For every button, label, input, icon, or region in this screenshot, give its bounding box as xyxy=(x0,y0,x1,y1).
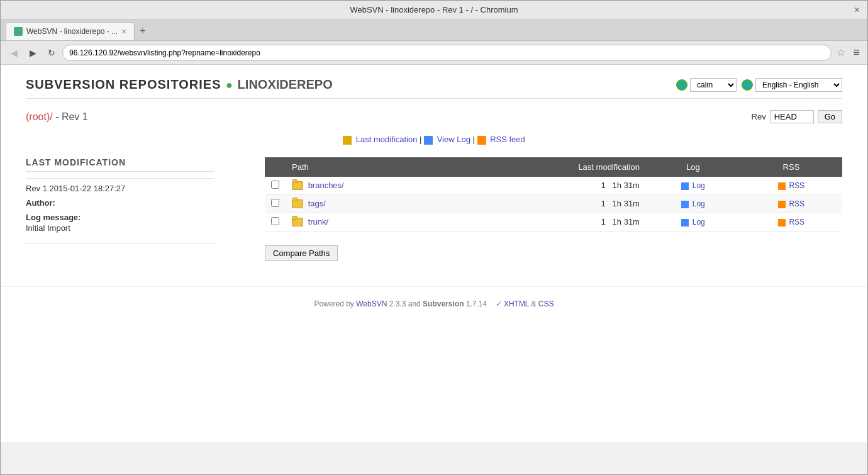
separator2: | xyxy=(473,135,477,144)
footer-websvn-link[interactable]: WebSVN xyxy=(356,299,389,308)
page-header: SUBVERSION REPOSITORIES ● LINOXIDEREPO 🌐… xyxy=(1,65,867,92)
row-checkbox[interactable] xyxy=(271,199,279,207)
log-link[interactable]: Log xyxy=(693,218,705,226)
title-bar: WebSVN - linoxiderepo - Rev 1 - / - Chro… xyxy=(1,1,867,20)
row-checkbox-cell xyxy=(265,194,286,213)
row-checkbox-cell xyxy=(265,213,286,231)
row-checkbox[interactable] xyxy=(271,217,279,225)
footer-check-icon: ✓ xyxy=(496,299,502,308)
rev-area: Rev Go xyxy=(752,110,842,123)
page-footer: Powered by WebSVN 2.3.3 and Subversion 1… xyxy=(1,286,867,321)
rev-info: Rev 1 2015-01-22 18:27:27 xyxy=(26,184,214,193)
row-rss: RSS xyxy=(740,177,842,195)
row-path: branches/ xyxy=(286,177,453,195)
rss-icon xyxy=(778,219,786,226)
forward-button[interactable]: ▶ xyxy=(25,45,41,61)
log-icon xyxy=(681,201,689,208)
folder-icon xyxy=(292,181,303,190)
url-input[interactable] xyxy=(62,45,832,61)
language-select[interactable]: English - English xyxy=(755,78,842,92)
table-row: branches/ 1 1h 31m Log RSS xyxy=(265,177,842,195)
page-content: SUBVERSION REPOSITORIES ● LINOXIDEREPO 🌐… xyxy=(1,65,867,442)
footer-websvn-version: 2.3.3 xyxy=(389,299,406,308)
log-link[interactable]: Log xyxy=(693,181,705,190)
refresh-button[interactable]: ↻ xyxy=(43,45,60,61)
path-link[interactable]: trunk/ xyxy=(308,217,329,226)
path-header: Path xyxy=(286,157,453,177)
path-link[interactable]: branches/ xyxy=(308,181,344,190)
right-panel: Path Last modification Log RSS branches/… xyxy=(240,151,867,274)
row-checkbox[interactable] xyxy=(271,181,279,189)
checkbox-header xyxy=(265,157,286,177)
log-link[interactable]: Log xyxy=(693,199,705,208)
row-rss: RSS xyxy=(740,213,842,231)
tab-label: WebSVN - linoxiderepo - ... xyxy=(26,27,118,36)
close-button[interactable]: × xyxy=(854,4,860,16)
go-button[interactable]: Go xyxy=(818,110,842,123)
log-message-label: Log message: xyxy=(26,213,214,222)
row-path: trunk/ xyxy=(286,213,453,231)
compare-paths-button[interactable]: Compare Paths xyxy=(265,245,338,261)
table-header-row: Path Last modification Log RSS xyxy=(265,157,842,177)
theme-icon: 🌐 xyxy=(676,79,687,91)
footer-css-link[interactable]: CSS xyxy=(538,299,554,308)
header-left: SUBVERSION REPOSITORIES ● LINOXIDEREPO xyxy=(26,77,333,92)
language-icon: 🌐 xyxy=(742,79,753,91)
row-rev-time: 1 1h 31m xyxy=(453,177,646,195)
footer-subversion-version: 1.7.14 xyxy=(466,299,487,308)
rss-icon xyxy=(778,182,786,190)
rss-header: RSS xyxy=(740,157,842,177)
separator1: | xyxy=(420,135,424,144)
separator-dot: ● xyxy=(226,79,233,91)
header-controls: 🌐 calm 🌐 English - English xyxy=(676,78,842,92)
table-row: trunk/ 1 1h 31m Log RSS xyxy=(265,213,842,231)
path-link[interactable]: tags/ xyxy=(308,199,326,208)
row-path: tags/ xyxy=(286,194,453,213)
footer-subversion-label: Subversion xyxy=(423,299,464,308)
repo-name-link[interactable]: LINOXIDEREPO xyxy=(238,77,333,91)
last-modification-title: LAST MODIFICATION xyxy=(26,157,214,172)
bookmark-button[interactable]: ☆ xyxy=(834,47,848,59)
language-control: 🌐 English - English xyxy=(742,78,842,92)
row-rev-time: 1 1h 31m xyxy=(453,194,646,213)
row-rev-time: 1 1h 31m xyxy=(453,213,646,231)
folder-icon xyxy=(292,199,303,208)
folder-icon xyxy=(292,218,303,226)
rev-label: Rev xyxy=(752,112,766,121)
view-log-link[interactable]: View Log xyxy=(437,135,470,144)
tab-bar: WebSVN - linoxiderepo - ... × + xyxy=(1,20,867,41)
theme-control: 🌐 calm xyxy=(676,78,737,92)
theme-select[interactable]: calm xyxy=(690,78,737,92)
rss-icon xyxy=(778,201,786,208)
window-title: WebSVN - linoxiderepo - Rev 1 - / - Chro… xyxy=(350,5,518,14)
view-log-icon xyxy=(424,136,433,145)
last-mod-icon xyxy=(343,136,352,145)
footer-css-label: CSS xyxy=(538,299,554,308)
table-row: tags/ 1 1h 31m Log RSS xyxy=(265,194,842,213)
log-icon xyxy=(681,182,689,190)
rss-link[interactable]: RSS xyxy=(789,199,804,208)
footer-xhtml-link[interactable]: XHTML xyxy=(504,299,531,308)
row-log: Log xyxy=(646,194,740,213)
author-label: Author: xyxy=(26,198,214,208)
rss-link[interactable]: RSS xyxy=(789,218,804,226)
menu-button[interactable]: ≡ xyxy=(850,46,862,59)
left-panel: LAST MODIFICATION Rev 1 2015-01-22 18:27… xyxy=(1,151,240,274)
tab-close-button[interactable]: × xyxy=(121,26,126,36)
file-table: Path Last modification Log RSS branches/… xyxy=(265,157,842,232)
new-tab-button[interactable]: + xyxy=(135,21,150,40)
rss-feed-link[interactable]: RSS feed xyxy=(490,135,525,144)
last-modification-link[interactable]: Last modification xyxy=(356,135,418,144)
breadcrumb-root-link[interactable]: (root)/ xyxy=(26,111,53,122)
row-checkbox-cell xyxy=(265,177,286,195)
back-button[interactable]: ◀ xyxy=(6,45,22,61)
rev-input[interactable] xyxy=(770,110,814,123)
row-log: Log xyxy=(646,213,740,231)
row-log: Log xyxy=(646,177,740,195)
rss-action-icon xyxy=(477,136,486,145)
active-tab[interactable]: WebSVN - linoxiderepo - ... × xyxy=(6,22,135,40)
browser-frame: WebSVN - linoxiderepo - Rev 1 - / - Chro… xyxy=(0,0,868,475)
rss-link[interactable]: RSS xyxy=(789,181,804,190)
tab-favicon xyxy=(14,27,23,36)
footer-powered-by: Powered by xyxy=(314,299,353,308)
